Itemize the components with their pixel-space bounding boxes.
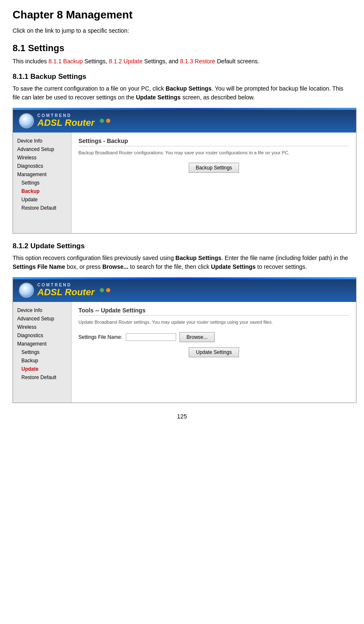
sidebar-settings-2[interactable]: Settings xyxy=(13,348,71,356)
backup-settings-button[interactable]: Backup Settings xyxy=(189,163,239,173)
link-812[interactable]: 8.1.2 Update xyxy=(109,58,143,65)
section-81-para: This includes 8.1.1 Backup Settings, 8.1… xyxy=(13,57,351,66)
sidebar-device-info-1[interactable]: Device Info xyxy=(13,137,71,145)
section-812-para: This option recovers configuration files… xyxy=(13,254,351,271)
dot-orange-2 xyxy=(106,288,110,292)
file-name-row: Settings File Name: Browse... xyxy=(78,332,349,342)
router-sidebar-2: Device Info Advanced Setup Wireless Diag… xyxy=(13,302,72,403)
dot-green xyxy=(100,119,104,123)
sidebar-management-2[interactable]: Management xyxy=(13,340,71,348)
file-name-input[interactable] xyxy=(126,333,176,341)
browse-button[interactable]: Browse... xyxy=(179,332,215,342)
sidebar-restore-default-2[interactable]: Restore Default xyxy=(13,373,71,382)
content-title-2: Tools -- Update Settings xyxy=(78,307,349,316)
screenshot-backup: COMTREND ADSL Router Device Info Advance… xyxy=(13,108,356,234)
update-settings-button[interactable]: Update Settings xyxy=(189,347,239,357)
section-81-mid1: Settings, xyxy=(83,58,109,65)
chapter-title: Chapter 8 Management xyxy=(13,8,351,21)
content-title-1: Settings - Backup xyxy=(78,138,349,146)
sidebar-update-1[interactable]: Update xyxy=(13,195,71,204)
file-name-label: Settings File Name: xyxy=(78,334,122,340)
section-81-intro-pre: This includes xyxy=(13,58,49,65)
sidebar-backup-1[interactable]: Backup xyxy=(13,187,71,195)
sidebar-wireless-2[interactable]: Wireless xyxy=(13,323,71,331)
content-desc-2: Update Broadband Router settings. You ma… xyxy=(78,319,349,325)
sidebar-diagnostics-1[interactable]: Diagnostics xyxy=(13,162,71,170)
router-brand-2: COMTREND ADSL Router xyxy=(37,283,95,297)
sidebar-management-1[interactable]: Management xyxy=(13,170,71,179)
status-dots xyxy=(100,119,110,123)
section-81-post: Default screens. xyxy=(215,58,259,65)
router-sidebar-1: Device Info Advanced Setup Wireless Diag… xyxy=(13,133,72,233)
screenshot-update: COMTREND ADSL Router Device Info Advance… xyxy=(13,277,356,403)
content-desc-1: Backup Broadband Router configurations. … xyxy=(78,150,349,156)
sidebar-update-2[interactable]: Update xyxy=(13,365,71,373)
section-812-title: 8.1.2 Update Settings xyxy=(13,242,351,250)
page-number: 125 xyxy=(13,413,351,420)
sidebar-advanced-setup-1[interactable]: Advanced Setup xyxy=(13,145,71,153)
section-811-para: To save the current configuration to a f… xyxy=(13,84,351,102)
router-logo-2 xyxy=(19,283,34,298)
sidebar-restore-default-1[interactable]: Restore Default xyxy=(13,204,71,212)
sidebar-settings-1[interactable]: Settings xyxy=(13,179,71,187)
status-dots-2 xyxy=(100,288,110,292)
link-813[interactable]: 8.1.3 Restore xyxy=(180,58,215,65)
router-content-2: Tools -- Update Settings Update Broadban… xyxy=(72,302,356,403)
router-logo xyxy=(19,113,34,128)
section-81-mid2: Settings, and xyxy=(143,58,180,65)
dot-green-2 xyxy=(100,288,104,292)
link-811[interactable]: 8.1.1 Backup xyxy=(49,58,83,65)
sidebar-backup-2[interactable]: Backup xyxy=(13,356,71,365)
sidebar-diagnostics-2[interactable]: Diagnostics xyxy=(13,331,71,340)
section-intro: Click on the link to jump to a specific … xyxy=(13,26,351,35)
section-811-title: 8.1.1 Backup Settings xyxy=(13,73,351,81)
dot-orange xyxy=(106,119,110,123)
router-content-1: Settings - Backup Backup Broadband Route… xyxy=(72,133,356,233)
section-81-title: 8.1 Settings xyxy=(13,43,351,54)
sidebar-device-info-2[interactable]: Device Info xyxy=(13,306,71,315)
sidebar-wireless-1[interactable]: Wireless xyxy=(13,153,71,162)
sidebar-advanced-setup-2[interactable]: Advanced Setup xyxy=(13,315,71,323)
router-brand: COMTREND ADSL Router xyxy=(37,113,95,128)
